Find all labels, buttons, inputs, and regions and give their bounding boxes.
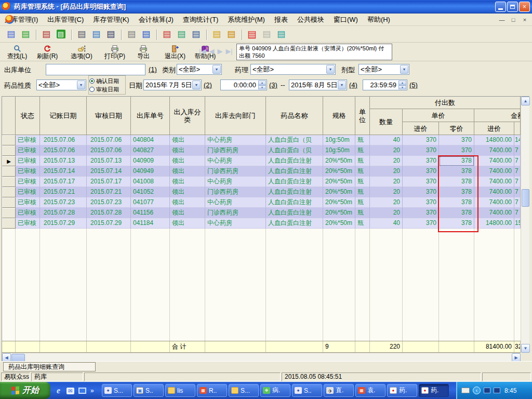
cell-status[interactable]: 已审核 (16, 135, 40, 145)
header-payout-group[interactable]: 付出数 (370, 97, 521, 109)
chevron-down-icon[interactable]: ▼ (338, 81, 346, 89)
cell-amount-purchase[interactable]: 7400.00 (474, 145, 514, 156)
cell-qty[interactable]: 20 (370, 145, 403, 156)
cell-clipped[interactable]: 7 (514, 145, 521, 156)
cell-qty[interactable]: 40 (370, 135, 403, 145)
task-button[interactable]: 病. (260, 384, 290, 397)
task-button[interactable]: 药. (387, 384, 417, 397)
row-selector[interactable] (2, 145, 16, 156)
task-button[interactable]: S.. (292, 384, 322, 397)
row-selector[interactable]: ▶ (2, 156, 16, 166)
task-button[interactable]: 袁. (355, 384, 385, 397)
options-button[interactable]: 选项(O) (66, 43, 97, 61)
cell-purchase-price[interactable]: 370 (403, 218, 439, 229)
table-row[interactable]: 已审核 2015.07.17 2015.07.17 041008 领出 中心药房… (2, 177, 521, 187)
cell-qty[interactable]: 20 (370, 197, 403, 208)
toolbar-button[interactable]: ▤ (39, 28, 53, 41)
cell-dest-dept[interactable]: 门诊西药房 (205, 187, 266, 197)
menu-item[interactable]: 库存管理(K) (88, 14, 134, 26)
row-selector[interactable] (2, 197, 16, 208)
task-button[interactable]: 药. (419, 384, 449, 397)
table-row[interactable]: 已审核 2015.07.21 2015.07.21 041052 领出 门诊西药… (2, 187, 521, 197)
spin-down-icon[interactable]: ▼ (398, 85, 406, 90)
restore-button[interactable] (507, 2, 518, 12)
menu-item[interactable]: 系统维护(M) (223, 14, 270, 26)
cell-retail-price[interactable]: 378 (439, 197, 474, 208)
table-row[interactable]: 已审核 2015.07.14 2015.07.14 040949 领出 门诊西药… (2, 166, 521, 177)
table-row[interactable]: 已审核 2015.07.23 2015.07.23 041077 领出 中心药房… (2, 197, 521, 208)
cell-dest-dept[interactable]: 门诊西药房 (205, 145, 266, 156)
header-drug-name[interactable]: 药品名称 (266, 97, 323, 135)
cell-unit[interactable]: 瓶 (355, 177, 370, 187)
cell-unit[interactable]: 瓶 (355, 166, 370, 177)
cell-unit[interactable]: 瓶 (355, 197, 370, 208)
cell-status[interactable]: 已审核 (16, 208, 40, 218)
cell-order-no[interactable]: 041008 (131, 177, 170, 187)
header-dest-dept[interactable]: 出库去向部门 (205, 97, 266, 135)
nature-select[interactable]: <全部>▼ (36, 79, 86, 90)
cell-purchase-price[interactable]: 370 (403, 166, 439, 177)
table-row[interactable]: ▶ 已审核 2015.07.13 2015.07.13 040909 领出 中心… (2, 156, 521, 166)
cell-unit[interactable]: 瓶 (355, 145, 370, 156)
cell-record-date[interactable]: 2015.07.17 (40, 177, 87, 187)
cell-status[interactable]: 已审核 (16, 187, 40, 197)
cell-spec[interactable]: 20%*50m (323, 177, 355, 187)
cell-retail-price[interactable]: 378 (439, 177, 474, 187)
toolbar-button[interactable]: ▤ (104, 28, 117, 41)
cell-qty[interactable]: 20 (370, 156, 403, 166)
cell-qty[interactable]: 20 (370, 187, 403, 197)
cell-drug-name[interactable]: 人血白蛋白注射 (266, 177, 323, 187)
header-purchase-price[interactable]: 进价 (403, 122, 439, 135)
cell-qty[interactable]: 40 (370, 218, 403, 229)
time-to-spinner[interactable]: 23:59:59 ▲▼ (363, 79, 407, 90)
find-button[interactable]: 查找(L) (2, 43, 32, 61)
cell-amount-purchase[interactable]: 7400.00 (474, 166, 514, 177)
cell-purchase-price[interactable]: 370 (403, 145, 439, 156)
cell-qty[interactable]: 20 (370, 166, 403, 177)
dosage-select[interactable]: <全部>▼ (358, 64, 409, 75)
cell-spec[interactable]: 20%*50m (323, 197, 355, 208)
cell-spec[interactable]: 10g:50m (323, 145, 355, 156)
cell-amount-purchase[interactable]: 7400.00 (474, 208, 514, 218)
row-selector[interactable] (2, 208, 16, 218)
row-selector[interactable] (2, 218, 16, 229)
toolbar-button[interactable]: ▤ (260, 28, 273, 41)
toolbar-button[interactable]: ▤ (210, 28, 223, 41)
row-selector[interactable] (2, 187, 16, 197)
header-amount-purchase[interactable]: 进价 (474, 122, 514, 135)
toolbar-button[interactable]: ▤ (189, 28, 203, 41)
cell-clipped[interactable]: 7 (514, 177, 521, 187)
cell-clipped[interactable]: 15 (514, 218, 521, 229)
cell-unit[interactable]: 瓶 (355, 187, 370, 197)
cell-order-no[interactable]: 041184 (131, 218, 170, 229)
cell-io-class[interactable]: 领出 (170, 156, 205, 166)
header-status[interactable]: 状态 (16, 97, 40, 135)
cell-drug-name[interactable]: 人血白蛋白注射 (266, 187, 323, 197)
cell-io-class[interactable]: 领出 (170, 166, 205, 177)
header-io-class[interactable]: 出入库分类 (170, 97, 205, 135)
cell-drug-name[interactable]: 人血白蛋白注射 (266, 197, 323, 208)
network-icon[interactable] (484, 388, 490, 393)
toolbar-button[interactable]: ▤ (274, 28, 288, 41)
confirm-date-radio[interactable]: 确认日期 (89, 77, 125, 85)
cell-dest-dept[interactable]: 门诊西药房 (205, 166, 266, 177)
cell-retail-price[interactable]: 378 (439, 218, 474, 229)
cell-unit[interactable]: 瓶 (355, 208, 370, 218)
row-selector[interactable] (2, 135, 16, 145)
menu-item[interactable]: 公共模块 (292, 14, 329, 26)
cell-io-class[interactable]: 领出 (170, 197, 205, 208)
header-order-no[interactable]: 出库单号 (131, 97, 170, 135)
cell-dest-dept[interactable]: 中心药房 (205, 177, 266, 187)
cell-record-date[interactable]: 2015.07.06 (40, 135, 87, 145)
table-row[interactable]: 已审核 2015.07.29 2015.07.29 041184 领出 中心药房… (2, 218, 521, 229)
cell-record-date[interactable]: 2015.07.23 (40, 197, 87, 208)
cell-amount-purchase[interactable]: 14800.00 (474, 135, 514, 145)
task-button[interactable]: R.. (197, 384, 227, 397)
time-from-spinner[interactable]: 0:00:00 ▲▼ (220, 79, 267, 90)
chevron-down-icon[interactable]: ▼ (192, 81, 201, 89)
show-desktop-icon[interactable] (78, 387, 87, 395)
cell-purchase-price[interactable]: 370 (403, 197, 439, 208)
cell-purchase-price[interactable]: 370 (403, 156, 439, 166)
nav-prev-icon[interactable]: ◀ (209, 47, 214, 55)
category-select[interactable]: <全部>▼ (177, 64, 222, 75)
